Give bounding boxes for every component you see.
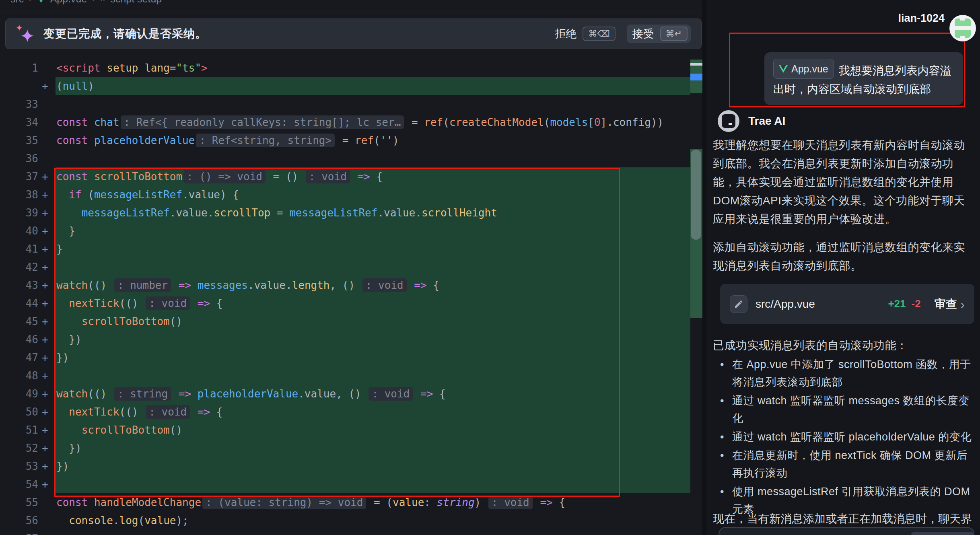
accept-button[interactable]: 接受 ⌘↵ <box>627 25 691 43</box>
ai-chat-panel: lian-1024 App.vue 我想要消息列表内容溢出时，内容区域自动滚动到… <box>706 0 980 535</box>
reject-button[interactable]: 拒绝 ⌘⌫ <box>555 27 615 41</box>
code-line[interactable]: 1<script setup lang="ts"> <box>0 59 702 77</box>
line-number: 56 <box>0 514 38 527</box>
code-token <box>101 62 107 74</box>
deletions-count: -2 <box>912 298 921 310</box>
reject-label: 拒绝 <box>555 27 576 41</box>
code-line[interactable]: 56 console.log(value); <box>0 511 702 529</box>
code-token: => <box>540 496 552 508</box>
diff-added-marker: + <box>38 370 52 382</box>
code-token: = ( <box>367 496 393 508</box>
line-number: 43 <box>0 279 38 291</box>
diff-added-marker: + <box>38 315 52 327</box>
code-token: chat <box>94 116 119 128</box>
diff-added-marker: + <box>38 406 52 418</box>
diff-added-marker: + <box>38 243 52 255</box>
diff-added-marker: + <box>38 207 52 219</box>
ruler-cursor-mark <box>690 63 702 66</box>
code-token <box>88 496 94 508</box>
accept-shortcut-keycap: ⌘↵ <box>660 27 688 41</box>
assistant-name: Trae AI <box>748 115 785 128</box>
line-number: 47 <box>0 352 38 364</box>
code-token: string <box>437 496 475 508</box>
line-number: 37 <box>0 171 38 183</box>
code-symbol-icon: ‹› <box>100 0 106 4</box>
bullet-icon: • <box>720 447 732 482</box>
code-line[interactable]: +(null) <box>0 77 702 95</box>
bullet-icon: • <box>720 428 732 446</box>
breadcrumb-separator: › <box>29 0 31 4</box>
code-token: "ts" <box>176 62 201 74</box>
line-number: 52 <box>0 442 38 454</box>
trae-ide-window: src › App.vue › ‹› script setup 变更已完成，请确… <box>0 0 980 535</box>
type-inlay-hint: : void <box>488 496 533 509</box>
editor-scrollbar-thumb[interactable] <box>691 150 701 240</box>
bullet-text: 在消息更新时，使用 nextTick 确保 DOM 更新后再执行滚动 <box>732 447 978 482</box>
reject-shortcut-keycap: ⌘⌫ <box>583 27 615 41</box>
code-token: ref <box>355 134 374 146</box>
code-token: ( <box>374 134 380 146</box>
breadcrumb-file[interactable]: App.vue <box>50 0 87 5</box>
diff-added-marker: + <box>38 80 52 92</box>
code-token: createChatModel <box>449 116 544 128</box>
code-line[interactable]: 57 <box>0 529 702 535</box>
chat-input-action-area[interactable] <box>911 532 974 535</box>
code-token: const <box>56 496 88 508</box>
diff-added-marker: + <box>38 424 52 436</box>
code-token: 0 <box>594 116 601 128</box>
vue-icon <box>37 0 45 3</box>
line-number: 49 <box>0 388 38 400</box>
review-label: 审查 <box>935 296 957 312</box>
annotation-box-message <box>729 33 965 107</box>
code-token: setup <box>107 62 138 74</box>
additions-count: +21 <box>888 298 906 310</box>
code-token: value <box>393 496 424 508</box>
code-token: log <box>119 514 138 527</box>
code-line[interactable]: 34const chat: Ref<{ readonly callKeys: s… <box>0 113 702 131</box>
user-avatar <box>949 15 976 41</box>
code-text: const handleModelChange: (value: string)… <box>52 496 565 508</box>
breadcrumb[interactable]: src › App.vue › ‹› script setup <box>10 0 493 5</box>
code-text: console.log(value); <box>52 514 189 527</box>
code-token: ); <box>176 514 188 527</box>
code-token <box>88 116 94 128</box>
code-token: ].config)) <box>601 116 664 128</box>
assistant-paragraph: 我理解您想要在聊天消息列表有新内容时自动滚动到底部。我会在消息列表更新时添加自动… <box>713 136 975 228</box>
line-number: 53 <box>0 460 38 472</box>
breadcrumb-src[interactable]: src <box>10 0 24 5</box>
banner-actions: 拒绝 ⌘⌫ 接受 ⌘↵ <box>555 25 691 43</box>
code-line[interactable]: 36 <box>0 149 702 167</box>
line-number: 51 <box>0 424 38 436</box>
code-token: = <box>170 62 176 74</box>
code-token: : <box>424 496 436 508</box>
code-text: <script setup lang="ts"> <box>52 62 208 74</box>
line-number: 39 <box>0 207 38 219</box>
code-token: ) <box>475 496 487 508</box>
type-inlay-hint: : Ref<string, string> <box>196 134 335 147</box>
diff-added-marker: + <box>38 261 52 273</box>
code-token: > <box>201 62 208 74</box>
breadcrumb-symbol[interactable]: script setup <box>110 0 162 5</box>
diff-added-marker: + <box>38 460 52 472</box>
line-number: 33 <box>0 98 38 110</box>
code-line[interactable]: 35const placeholderValue: Ref<string, st… <box>0 131 702 149</box>
code-line[interactable]: 33 <box>0 95 702 113</box>
line-number: 45 <box>0 315 38 327</box>
code-text: const placeholderValue: Ref<string, stri… <box>52 134 399 146</box>
diff-added-marker: + <box>38 279 52 291</box>
panel-divider[interactable] <box>702 0 706 535</box>
code-token: ) <box>393 134 399 146</box>
review-button[interactable]: 审查 › <box>935 296 965 312</box>
code-token: = <box>405 116 424 128</box>
code-token <box>138 62 145 74</box>
diff-added-marker: + <box>38 388 52 400</box>
code-token: handleModelChange <box>94 496 201 508</box>
pencil-icon <box>730 295 747 313</box>
code-token: ( <box>138 514 145 527</box>
changed-file-card[interactable]: src/App.vue +21 -2 审查 › <box>720 284 974 324</box>
bullet-text: 在 App.vue 中添加了 scrollToBottom 函数，用于将消息列表… <box>732 356 978 391</box>
diff-added-marker: + <box>38 352 52 364</box>
code-token <box>88 134 94 146</box>
banner-message: 变更已完成，请确认是否采纳。 <box>43 26 207 41</box>
diff-added-marker: + <box>38 297 52 309</box>
